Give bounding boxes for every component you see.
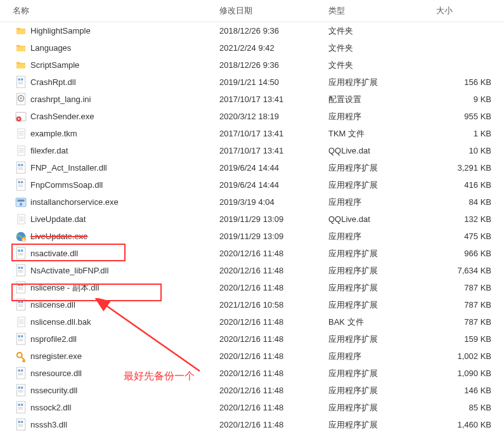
svg-rect-60: [18, 323, 23, 323]
file-name: NsActivate_libFNP.dll: [30, 266, 108, 275]
svg-rect-23: [18, 169, 23, 170]
file-size: 7,634 KB: [430, 266, 503, 275]
file-date: 2020/12/16 11:48: [219, 420, 328, 429]
file-size: 966 KB: [430, 249, 503, 258]
svg-rect-75: [18, 391, 23, 391]
file-row[interactable]: nssock2.dll2020/12/16 11:48应用程序扩展85 KB: [0, 399, 504, 416]
column-header-date[interactable]: 修改日期: [219, 5, 328, 16]
file-size: 955 KB: [430, 112, 503, 121]
file-row[interactable]: nslicense - 副本.dll2020/12/16 11:48应用程序扩展…: [0, 279, 504, 296]
svg-rect-56: [18, 306, 23, 307]
file-exe-install-icon: [15, 197, 27, 208]
file-date: 2020/12/16 11:48: [219, 351, 328, 361]
file-row[interactable]: nsresource.dll2020/12/16 11:48应用程序扩展1,09…: [0, 365, 504, 382]
svg-rect-85: [18, 425, 23, 426]
file-name: LiveUpdate.exe: [30, 232, 87, 241]
file-row[interactable]: nsactivate.dll2020/12/16 11:48应用程序扩展966 …: [0, 245, 504, 262]
svg-rect-71: [18, 375, 23, 375]
file-type: 应用程序扩展: [328, 402, 430, 414]
folder-yellow-icon: [15, 42, 27, 54]
column-header-name[interactable]: 名称: [0, 5, 219, 16]
file-row[interactable]: FNP_Act_Installer.dll2019/6/24 14:44应用程序…: [0, 159, 504, 176]
file-name: LiveUpdate.dat: [30, 214, 86, 224]
file-row[interactable]: CrashSender.exe2020/3/12 18:19应用程序955 KB: [0, 108, 504, 125]
file-dll-icon: [15, 334, 27, 345]
file-row[interactable]: FnpCommsSoap.dll2019/6/24 14:44应用程序扩展416…: [0, 176, 504, 193]
svg-rect-63: [21, 336, 23, 337]
column-header-size[interactable]: 大小: [430, 5, 503, 16]
file-date: 2021/2/24 9:42: [219, 43, 328, 53]
file-name: nsactivate.dll: [30, 249, 78, 258]
file-type: 应用程序: [328, 231, 430, 242]
svg-rect-53: [18, 301, 20, 303]
svg-rect-62: [18, 336, 20, 337]
file-date: 2020/12/16 11:48: [219, 249, 328, 258]
svg-rect-84: [21, 421, 23, 423]
file-date: 2017/10/17 13:41: [219, 146, 328, 155]
file-row[interactable]: NsActivate_libFNP.dll2020/12/16 11:48应用程…: [0, 262, 504, 279]
svg-rect-21: [21, 164, 23, 166]
file-name: nsregister.exe: [30, 351, 82, 361]
svg-rect-30: [17, 199, 24, 201]
file-name: nssock2.dll: [30, 403, 71, 412]
file-row[interactable]: nsssh3.dll2020/12/16 11:48应用程序扩展1,460 KB: [0, 416, 504, 433]
file-date: 2019/1/21 14:50: [219, 77, 328, 87]
file-row[interactable]: HighlightSample2018/12/26 9:36文件夹: [0, 22, 504, 39]
file-size: 416 KB: [430, 180, 503, 190]
file-name: crashrpt_lang.ini: [30, 95, 91, 104]
file-row[interactable]: installanchorservice.exe2019/3/19 4:04应用…: [0, 193, 504, 211]
file-date: 2020/12/16 11:48: [219, 283, 328, 292]
svg-rect-4: [18, 84, 23, 84]
svg-rect-26: [21, 181, 23, 183]
file-exe-globe-icon: [15, 231, 27, 242]
file-row[interactable]: nslicense.dll.bak2020/12/16 11:48BAK 文件7…: [0, 313, 504, 330]
file-row[interactable]: nslicense.dll2021/12/16 10:58应用程序扩展787 K…: [0, 296, 504, 313]
file-row[interactable]: CrashRpt.dll2019/1/21 14:50应用程序扩展156 KB: [0, 74, 504, 91]
file-date: 2018/12/26 9:36: [219, 26, 328, 36]
file-name: nssecurity.dll: [30, 386, 77, 395]
svg-rect-48: [18, 284, 20, 286]
file-dll-icon: [15, 299, 27, 311]
file-row[interactable]: crashrpt_lang.ini2017/10/17 13:41配置设置9 K…: [0, 91, 504, 108]
file-row[interactable]: nssecurity.dll2020/12/16 11:48应用程序扩展146 …: [0, 382, 504, 399]
svg-rect-64: [18, 339, 23, 340]
file-row[interactable]: filexfer.dat2017/10/17 13:41QQLive.dat10…: [0, 142, 504, 159]
file-type: 应用程序扩展: [328, 265, 430, 277]
file-row[interactable]: ScriptSample2018/12/26 9:36文件夹: [0, 56, 504, 74]
file-name: filexfer.dat: [30, 146, 68, 155]
file-name: CrashSender.exe: [30, 112, 94, 121]
svg-rect-44: [21, 267, 23, 269]
file-type: 文件夹: [328, 25, 430, 37]
file-row[interactable]: Languages2021/2/24 9:42文件夹: [0, 39, 504, 56]
file-name: nslicense.dll: [30, 300, 75, 310]
file-size: 475 KB: [430, 232, 503, 241]
file-date: 2018/12/26 9:36: [219, 60, 328, 70]
svg-rect-27: [18, 185, 23, 186]
svg-rect-22: [18, 168, 23, 169]
svg-rect-43: [18, 267, 20, 269]
file-type: 应用程序扩展: [328, 368, 430, 379]
file-name: nsresource.dll: [30, 369, 82, 378]
file-row[interactable]: nsprofile2.dll2020/12/16 11:48应用程序扩展159 …: [0, 330, 504, 348]
file-row[interactable]: example.tkm2017/10/17 13:41TKM 文件1 KB: [0, 125, 504, 142]
column-header-type[interactable]: 类型: [328, 5, 430, 16]
file-type: 应用程序扩展: [328, 299, 430, 311]
file-size: 1 KB: [430, 129, 503, 138]
svg-rect-25: [18, 181, 20, 183]
svg-rect-16: [18, 148, 23, 149]
file-type: QQLive.dat: [328, 146, 430, 155]
file-size: 1,002 KB: [430, 351, 503, 361]
svg-rect-69: [21, 370, 23, 372]
file-size: 9 KB: [430, 95, 503, 104]
svg-rect-40: [18, 254, 23, 254]
file-size: 84 KB: [430, 197, 503, 207]
svg-rect-74: [21, 387, 23, 389]
file-list: HighlightSample2018/12/26 9:36文件夹Languag…: [0, 22, 504, 433]
file-row[interactable]: LiveUpdate.exe2019/11/29 13:09应用程序475 KB: [0, 228, 504, 245]
file-row[interactable]: nsregister.exe2020/12/16 11:48应用程序1,002 …: [0, 348, 504, 365]
file-row[interactable]: LiveUpdate.dat2019/11/29 13:09QQLive.dat…: [0, 211, 504, 228]
file-type: 应用程序扩展: [328, 334, 430, 345]
column-header-row: 名称 修改日期 类型 大小: [0, 0, 504, 22]
file-date: 2021/12/16 10:58: [219, 300, 328, 310]
svg-rect-78: [18, 404, 20, 406]
